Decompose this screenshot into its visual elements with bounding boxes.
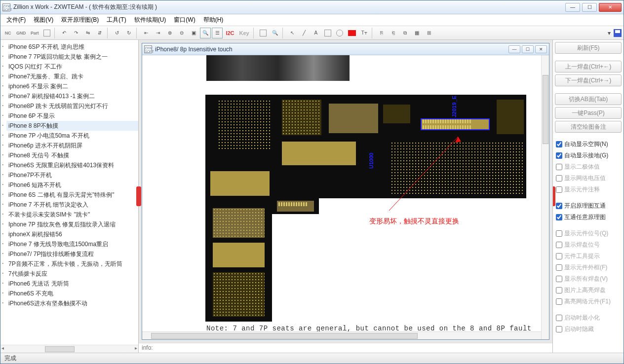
chk-link-any[interactable]: 互通任意原理图 <box>555 213 622 222</box>
tree-item[interactable]: iPhone 7 修无线导致电流1500ma重启 <box>6 239 138 249</box>
tree-item[interactable]: iPhone 6SP 不开机 逆向思维 <box>6 42 138 52</box>
list-icon[interactable]: ☰ <box>212 28 223 38</box>
tree-item[interactable]: iphone6 不显示 案例二 <box>6 81 138 91</box>
close-button[interactable]: ✕ <box>599 3 622 12</box>
search-icon[interactable]: 🔍 <box>270 28 280 38</box>
chk-show-refdes[interactable]: 显示元件位号(Q) <box>555 229 622 238</box>
tree-item[interactable]: iPhone7/ 7P指纹排线断修复流程 <box>6 249 138 259</box>
pointer-icon[interactable]: ↖ <box>287 28 298 38</box>
chk-outline[interactable]: 显示元件外框(F) <box>555 263 622 272</box>
canvas-vscroll[interactable] <box>541 55 549 339</box>
tree-item[interactable]: iPhone6S 不充电 <box>6 289 138 298</box>
chk-highlight-net[interactable]: 高亮网络元件(F1) <box>555 297 622 306</box>
tree-item[interactable]: iPhone6 短路不开机 <box>6 180 138 190</box>
case-tree[interactable]: iPhone 6SP 不开机 逆向思维 iPhone 7 7P返回功能太灵敏 案… <box>0 40 138 345</box>
menu-view[interactable]: 视图(V) <box>31 15 56 25</box>
flip-v-icon[interactable]: ⇵ <box>94 28 105 38</box>
prev-pad-button[interactable]: 上一焊盘(Ctrl+←) <box>555 61 622 73</box>
flip-h-icon[interactable]: ⇋ <box>82 28 93 38</box>
chk-enable-link[interactable]: 开启原理图互通 <box>555 201 622 211</box>
tree-item[interactable]: 7P音频不正常，系统卡顿，无振动，无听筒 <box>6 259 138 269</box>
key-button[interactable]: Key <box>237 28 251 38</box>
doc-maximize-button[interactable]: ☐ <box>522 45 534 53</box>
next-pad-button[interactable]: 下一焊盘(Ctrl+→) <box>555 74 622 86</box>
left-splitter-handle[interactable] <box>136 186 141 206</box>
toolbar-overflow[interactable]: ▾ <box>605 30 614 36</box>
chk-component-note[interactable]: 显示元件注释 <box>555 185 622 194</box>
tree-hscroll[interactable] <box>0 345 138 353</box>
tree-item[interactable]: iPhone 7 不开机 细节决定收入 <box>6 200 138 210</box>
menu-schematic[interactable]: 双开原理图(B) <box>58 15 102 25</box>
chk-start-hidden[interactable]: 启动时隐藏 <box>555 325 622 334</box>
find-icon[interactable] <box>258 28 269 38</box>
chk-show-pad-no[interactable]: 显示焊盘位号 <box>555 240 622 250</box>
tree-item[interactable]: iPhone7P不开机 <box>6 170 138 180</box>
canvas-hscroll[interactable] <box>142 331 541 339</box>
copy-layer-icon[interactable]: ⧉ <box>400 28 411 38</box>
pan-right-icon[interactable]: ⇥ <box>153 28 163 38</box>
doc-titlebar[interactable]: ZXWSOFT iPhone8/ 8p Insensitive touch — … <box>142 43 549 55</box>
font-icon[interactable]: Tᴛ <box>359 28 370 38</box>
tree-item[interactable]: iPhone6S 无限重启刷机报错4013保资料 <box>6 160 138 170</box>
tree-item[interactable]: 不装卡提示未安装SIM卡 "跳卡" <box>6 210 138 219</box>
overlay-icon[interactable]: ▦ <box>412 28 423 38</box>
align-icon[interactable]: ⊞ <box>424 28 434 38</box>
tree-item[interactable]: iPhone 7P 小电流50ma 不开机 <box>6 131 138 141</box>
chk-start-min[interactable]: 启动时最小化 <box>555 313 622 323</box>
chk-all-pads[interactable]: 显示所有焊盘(V) <box>555 274 622 284</box>
import-icon[interactable]: ⎗ <box>388 28 399 38</box>
doc-minimize-button[interactable]: — <box>508 45 520 53</box>
zoom-in-icon[interactable]: ⊕ <box>164 28 175 38</box>
rect-icon[interactable] <box>322 28 333 38</box>
rotate-right-icon[interactable]: ↷ <box>71 28 81 38</box>
line-icon[interactable]: ╱ <box>299 28 310 38</box>
refresh-button[interactable]: 刷新(F5) <box>555 42 622 54</box>
right-splitter-handle[interactable] <box>552 186 555 206</box>
nc-button[interactable]: NC <box>2 28 13 38</box>
pcb-board[interactable]: U1000 J2019_E <box>205 95 526 322</box>
menu-help[interactable]: 帮助(H) <box>200 15 227 25</box>
tree-item[interactable]: iPhone6S进水有坚条触摸不动 <box>6 298 138 308</box>
chk-highlight-pad[interactable]: 图片上高亮焊盘 <box>555 286 622 295</box>
doc-close-button[interactable]: ✕ <box>535 45 547 53</box>
zoom-tool-icon[interactable]: 🔍 <box>200 28 211 38</box>
tree-item[interactable]: iPhone7无服务、重启、跳卡 <box>6 72 138 81</box>
part-button[interactable]: Part <box>29 28 40 38</box>
tree-item[interactable]: iPhone 6S 二修机 有显示无背光"特殊例" <box>6 190 138 200</box>
menu-renew[interactable]: 软件续期(U) <box>131 15 169 25</box>
tree-item[interactable]: iPhone8P 跳卡 无线弱前置闪光灯不行 <box>6 101 138 111</box>
tree-item[interactable]: iPhone 6P 不显示 <box>6 111 138 121</box>
color-swatch[interactable] <box>346 28 358 38</box>
zoom-fit-icon[interactable]: ▣ <box>188 28 199 38</box>
undo-icon[interactable]: ↺ <box>112 28 122 38</box>
clear-notes-button[interactable]: 清空绘图备注 <box>555 121 622 133</box>
tree-item[interactable]: iPhone8 无信号 不触摸 <box>6 150 138 160</box>
tree-item[interactable]: iPhone 7 7P返回功能太灵敏 案例之一 <box>6 52 138 62</box>
tree-item[interactable]: iPhone6p 进水不开机阴阳屏 <box>6 141 138 150</box>
chk-auto-ground[interactable]: 自动显示接地(G) <box>555 151 622 160</box>
circle-icon[interactable] <box>334 28 345 38</box>
pcb-canvas[interactable]: U1000 J2019_E 变形易坏，触摸不灵直接更换 Note: 7 and <box>142 55 541 331</box>
i2c-button[interactable]: I2C <box>224 28 236 38</box>
redo-icon[interactable]: ↻ <box>123 28 134 38</box>
tree-item[interactable]: Iphone 7P 指纹灰色 修复后指纹录入退缩 <box>6 219 138 229</box>
toggle-side-button[interactable]: 切换AB面(Tab) <box>555 93 622 105</box>
pan-left-icon[interactable]: ⇤ <box>141 28 152 38</box>
maximize-button[interactable]: ☐ <box>582 3 597 12</box>
menu-window[interactable]: 窗口(W) <box>171 15 198 25</box>
chk-diode-value[interactable]: 显示二极体值 <box>555 162 622 172</box>
export-icon[interactable]: ⎘ <box>376 28 387 38</box>
menu-file[interactable]: 文件(F) <box>3 15 29 25</box>
chk-net-voltage[interactable]: 显示网络电压值 <box>555 174 622 183</box>
menu-tools[interactable]: 工具(T) <box>104 15 129 25</box>
chk-auto-empty-pin[interactable]: 自动显示空脚(N) <box>555 140 622 149</box>
layer-icon[interactable] <box>41 28 52 38</box>
titlebar[interactable]: ZXWSOFT Zillion x Work - ZXWTEAM - ( 软件有… <box>0 0 624 14</box>
tree-item[interactable]: iPhone7 刷机报错4013 -1 案例二 <box>6 91 138 101</box>
rotate-left-icon[interactable]: ↶ <box>59 28 70 38</box>
gnd-button[interactable]: GND <box>14 28 28 38</box>
tree-item[interactable]: iPhone6 无送话 无听筒 <box>6 279 138 289</box>
text-tool-icon[interactable]: A <box>311 28 321 38</box>
canvas-viewport[interactable]: U1000 J2019_E 变形易坏，触摸不灵直接更换 Note: 7 and <box>142 55 541 331</box>
chk-tooltip[interactable]: 元件工具提示 <box>555 252 622 261</box>
